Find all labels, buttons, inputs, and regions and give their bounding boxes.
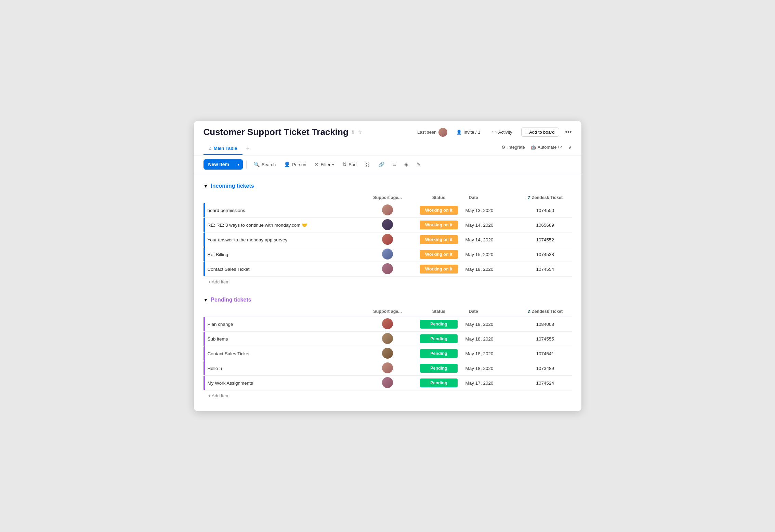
table-row[interactable]: Contact Sales Ticket ⊕ Working on it May…: [203, 262, 572, 277]
status-badge[interactable]: Pending: [420, 334, 458, 343]
cell-name-3[interactable]: Re: Billing ⊕: [203, 247, 363, 262]
cell-date-4: May 18, 2020: [465, 262, 518, 277]
sort-button[interactable]: ⇅ Sort: [339, 159, 360, 170]
status-badge[interactable]: Pending: [420, 364, 458, 373]
tab-main-table[interactable]: ⌂ Main Table: [203, 142, 243, 155]
table-row[interactable]: Plan change ⊕ Pending May 18, 2020 10840…: [203, 317, 572, 332]
cell-status-2[interactable]: Pending: [412, 346, 465, 361]
cell-name-1[interactable]: Sub items ⊕: [203, 332, 363, 346]
cell-status-3[interactable]: Working on it: [412, 247, 465, 262]
table-row[interactable]: RE: RE: 3 ways to continue with monday.c…: [203, 218, 572, 232]
activity-button[interactable]: 〰 Activity: [489, 128, 515, 136]
star-icon[interactable]: ☆: [357, 129, 362, 135]
cell-name-4[interactable]: My Work Assignments ⊕: [203, 376, 363, 390]
agent-avatar: [382, 318, 393, 329]
new-item-dropdown-button[interactable]: ▾: [234, 160, 243, 169]
status-badge[interactable]: Working on it: [420, 221, 458, 229]
status-badge[interactable]: Working on it: [420, 206, 458, 215]
group-by-button[interactable]: ⛓: [362, 160, 373, 170]
cell-name-2[interactable]: Contact Sales Ticket ⊕: [203, 346, 363, 361]
table-row[interactable]: Hello :) ⊕ Pending May 18, 2020 1073489: [203, 361, 572, 376]
add-item-cell[interactable]: + Add Item: [203, 277, 572, 288]
cell-zendesk-2[interactable]: 1074552: [518, 232, 572, 247]
row-name-text: Hello :): [208, 366, 353, 371]
status-badge[interactable]: Pending: [420, 349, 458, 358]
color-button[interactable]: ◈: [401, 159, 412, 170]
search-button[interactable]: 🔍 Search: [250, 159, 279, 170]
cell-status-1[interactable]: Working on it: [412, 218, 465, 232]
status-badge[interactable]: Pending: [420, 320, 458, 329]
agent-avatar: [382, 219, 393, 230]
new-item-main-button[interactable]: New Item: [203, 159, 234, 170]
cell-name-0[interactable]: board permissions ⊕: [203, 203, 363, 218]
add-to-board-button[interactable]: + Add to board: [521, 128, 559, 137]
status-badge[interactable]: Working on it: [420, 235, 458, 244]
incoming-chevron[interactable]: ▼: [203, 183, 208, 189]
cell-status-3[interactable]: Pending: [412, 361, 465, 376]
link-button[interactable]: 🔗: [375, 159, 388, 170]
activity-icon: 〰: [492, 130, 496, 135]
cell-name-4[interactable]: Contact Sales Ticket ⊕: [203, 262, 363, 277]
row-height-button[interactable]: ≡: [390, 160, 399, 170]
status-badge[interactable]: Working on it: [420, 250, 458, 259]
table-row[interactable]: Sub items ⊕ Pending May 18, 2020 1074555: [203, 332, 572, 346]
cell-zendesk-3[interactable]: 1073489: [518, 361, 572, 376]
cell-name-3[interactable]: Hello :) ⊕: [203, 361, 363, 376]
person-filter-icon: 👤: [284, 161, 290, 168]
filter-button[interactable]: ⊘ Filter ▾: [311, 159, 338, 170]
add-item-row[interactable]: + Add Item: [203, 277, 572, 288]
last-seen-avatar: [438, 128, 447, 137]
cell-status-1[interactable]: Pending: [412, 332, 465, 346]
cell-zendesk-4[interactable]: 1074524: [518, 376, 572, 390]
status-badge[interactable]: Pending: [420, 378, 458, 387]
automate-label: Automate / 4: [538, 145, 563, 150]
collapse-icon[interactable]: ∧: [568, 145, 572, 150]
cell-zendesk-1[interactable]: 1074555: [518, 332, 572, 346]
status-badge[interactable]: Working on it: [420, 265, 458, 274]
sort-label: Sort: [349, 162, 357, 167]
row-color-bar: [203, 332, 205, 346]
row-color-bar: [203, 317, 205, 331]
table-row[interactable]: Re: Billing ⊕ Working on it May 15, 2020…: [203, 247, 572, 262]
info-icon[interactable]: ℹ: [352, 129, 354, 135]
edit-button[interactable]: ✎: [413, 159, 424, 170]
pending-chevron[interactable]: ▼: [203, 297, 208, 303]
table-row[interactable]: board permissions ⊕ Working on it May 13…: [203, 203, 572, 218]
cell-status-4[interactable]: Working on it: [412, 262, 465, 277]
table-row[interactable]: Contact Sales Ticket ⊕ Pending May 18, 2…: [203, 346, 572, 361]
add-item-row[interactable]: + Add Item: [203, 390, 572, 401]
new-item-button[interactable]: New Item ▾: [203, 159, 243, 170]
header: Customer Support Ticket Tracking ℹ ☆ Las…: [194, 121, 581, 156]
cell-date-2: May 18, 2020: [465, 346, 518, 361]
invite-button[interactable]: 👤 Invite / 1: [454, 128, 483, 136]
add-item-cell[interactable]: + Add Item: [203, 390, 572, 401]
cell-status-2[interactable]: Working on it: [412, 232, 465, 247]
pending-group-header: ▼ Pending tickets: [203, 297, 572, 303]
table-row[interactable]: My Work Assignments ⊕ Pending May 17, 20…: [203, 376, 572, 390]
cell-status-4[interactable]: Pending: [412, 376, 465, 390]
more-options-icon[interactable]: •••: [565, 129, 572, 136]
cell-name-2[interactable]: Your answer to the monday app survey ⊕: [203, 232, 363, 247]
tab-add-button[interactable]: +: [242, 142, 253, 156]
cell-status-0[interactable]: Pending: [412, 317, 465, 332]
agent-avatar: [382, 362, 393, 373]
cell-name-1[interactable]: RE: RE: 3 ways to continue with monday.c…: [203, 218, 363, 232]
automate-button[interactable]: 🤖 Automate / 4: [530, 145, 563, 150]
cell-name-0[interactable]: Plan change ⊕: [203, 317, 363, 332]
integrate-label: Integrate: [507, 145, 525, 150]
cell-zendesk-0[interactable]: 1074550: [518, 203, 572, 218]
toolbar: New Item ▾ 🔍 Search 👤 Person ⊘ Filter ▾ …: [194, 156, 581, 173]
person-filter-button[interactable]: 👤 Person: [280, 159, 310, 170]
cell-zendesk-3[interactable]: 1074538: [518, 247, 572, 262]
cell-status-0[interactable]: Working on it: [412, 203, 465, 218]
cell-zendesk-4[interactable]: 1074554: [518, 262, 572, 277]
incoming-group-title: Incoming tickets: [211, 183, 254, 189]
cell-zendesk-2[interactable]: 1074541: [518, 346, 572, 361]
integrate-button[interactable]: ⚙ Integrate: [501, 145, 525, 150]
cell-zendesk-0[interactable]: 1084008: [518, 317, 572, 332]
incoming-group-header: ▼ Incoming tickets: [203, 183, 572, 189]
table-row[interactable]: Your answer to the monday app survey ⊕ W…: [203, 232, 572, 247]
pending-table-header: Support age... Status Date Z Zendesk Tic…: [203, 306, 572, 317]
cell-zendesk-1[interactable]: 1065689: [518, 218, 572, 232]
agent-avatar: [382, 333, 393, 344]
